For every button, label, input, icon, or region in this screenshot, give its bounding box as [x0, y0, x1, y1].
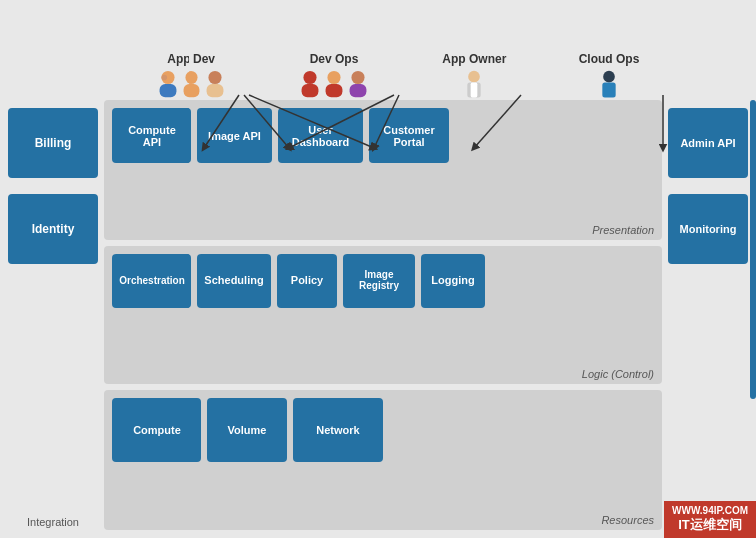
svg-rect-10: [326, 84, 343, 97]
svg-point-7: [303, 71, 316, 84]
content-area: Billing Identity Integration Compute API…: [0, 100, 756, 538]
presentation-label: Presentation: [592, 224, 654, 236]
compute-box: Compute: [112, 398, 201, 462]
persona-cloud-ops-icons: [598, 70, 620, 100]
svg-rect-2: [159, 84, 176, 97]
scrollbar[interactable]: [750, 100, 756, 399]
svg-point-13: [468, 71, 480, 83]
integration-label: Integration: [8, 516, 98, 528]
svg-point-11: [351, 71, 364, 84]
identity-box: Identity: [8, 194, 98, 264]
presentation-layer: Compute API Image API User Dashboard Cus…: [104, 100, 662, 240]
logging-box: Logging: [421, 254, 485, 308]
middle-column: Compute API Image API User Dashboard Cus…: [104, 100, 662, 530]
scheduling-box: Scheduling: [197, 254, 271, 308]
resources-layer: Compute Volume Network Resources: [104, 390, 662, 530]
compute-api-box: Compute API: [112, 108, 191, 163]
right-column: Admin API Monitoring Management: [668, 100, 748, 530]
persona-cloud-ops-label: Cloud Ops: [579, 52, 640, 66]
svg-rect-4: [183, 84, 199, 97]
person-icon: [181, 70, 202, 100]
persona-dev-ops: Dev Ops: [299, 52, 369, 100]
billing-box: Billing: [8, 108, 98, 178]
person-icon: [157, 70, 179, 100]
persona-app-owner-icons: [463, 70, 485, 100]
person-icon: [463, 70, 485, 100]
svg-rect-6: [206, 84, 223, 97]
persona-dev-ops-icons: [299, 70, 369, 100]
presentation-boxes: Compute API Image API User Dashboard Cus…: [112, 108, 654, 163]
volume-box: Volume: [207, 398, 287, 462]
persona-app-dev-icons: [157, 70, 226, 100]
svg-point-9: [327, 71, 340, 84]
svg-point-16: [603, 71, 615, 83]
image-registry-box: Image Registry: [343, 254, 415, 308]
left-column: Billing Identity Integration: [8, 100, 98, 530]
persona-app-dev: App Dev: [157, 52, 226, 100]
persona-app-owner-label: App Owner: [442, 52, 506, 66]
main-container: App Dev: [0, 0, 756, 538]
persona-cloud-ops: Cloud Ops: [579, 52, 640, 100]
svg-point-3: [185, 71, 197, 84]
svg-rect-17: [602, 83, 615, 98]
svg-point-5: [208, 71, 221, 84]
svg-rect-15: [471, 83, 478, 98]
persona-row: App Dev: [0, 0, 756, 100]
persona-app-dev-label: App Dev: [167, 52, 215, 66]
logic-boxes: Orchestration Scheduling Policy Image Re…: [112, 254, 654, 308]
svg-rect-12: [350, 84, 367, 97]
person-icon: [204, 70, 226, 100]
admin-api-box: Admin API: [668, 108, 748, 178]
person-icon: [323, 70, 345, 100]
watermark: WWW.94IP.COM IT运维空间: [664, 501, 756, 538]
user-dashboard-box: User Dashboard: [278, 108, 363, 163]
watermark-title: IT运维空间: [672, 516, 748, 534]
persona-app-owner: App Owner: [442, 52, 506, 100]
image-api-box: Image API: [197, 108, 272, 163]
orchestration-box: Orchestration: [112, 254, 191, 308]
person-icon: [598, 70, 620, 100]
person-icon: [347, 70, 369, 100]
logic-layer: Orchestration Scheduling Policy Image Re…: [104, 246, 662, 385]
resources-boxes: Compute Volume Network: [112, 398, 654, 478]
customer-portal-box: Customer Portal: [369, 108, 449, 163]
person-icon: [299, 70, 321, 100]
watermark-url: WWW.94IP.COM: [672, 505, 748, 516]
svg-rect-8: [302, 84, 319, 97]
logic-label: Logic (Control): [582, 368, 654, 380]
persona-dev-ops-label: Dev Ops: [310, 52, 359, 66]
resources-label: Resources: [601, 514, 654, 526]
network-box: Network: [293, 398, 383, 462]
svg-point-1: [161, 75, 167, 81]
policy-box: Policy: [277, 254, 337, 308]
monitoring-box: Monitoring: [668, 194, 748, 264]
